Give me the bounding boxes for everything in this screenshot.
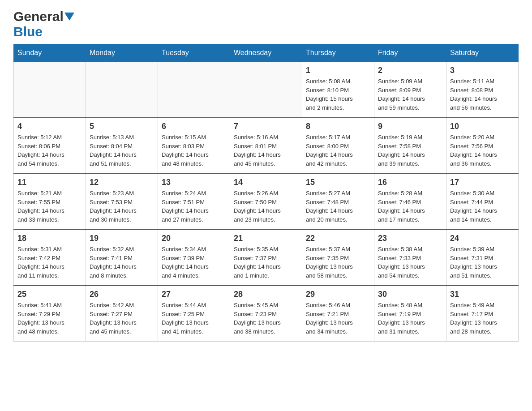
logo-general-text: General [13, 9, 64, 24]
calendar-cell: 3Sunrise: 5:11 AM Sunset: 8:08 PM Daylig… [446, 62, 519, 118]
calendar-cell: 6Sunrise: 5:15 AM Sunset: 8:03 PM Daylig… [158, 118, 230, 174]
calendar-cell: 5Sunrise: 5:13 AM Sunset: 8:04 PM Daylig… [86, 118, 158, 174]
weekday-header-thursday: Thursday [302, 44, 374, 62]
day-info: Sunrise: 5:16 AM Sunset: 8:01 PM Dayligh… [234, 133, 298, 168]
day-number: 25 [17, 290, 82, 299]
svg-marker-0 [64, 13, 74, 21]
day-number: 28 [234, 290, 298, 299]
day-info: Sunrise: 5:32 AM Sunset: 7:41 PM Dayligh… [90, 245, 154, 280]
calendar-cell: 10Sunrise: 5:20 AM Sunset: 7:56 PM Dayli… [446, 118, 519, 174]
day-info: Sunrise: 5:38 AM Sunset: 7:33 PM Dayligh… [378, 245, 442, 280]
day-number: 31 [450, 290, 515, 299]
day-number: 26 [90, 290, 154, 299]
day-number: 18 [17, 234, 82, 243]
day-info: Sunrise: 5:37 AM Sunset: 7:35 PM Dayligh… [306, 245, 370, 280]
day-number: 30 [378, 290, 442, 299]
calendar-cell: 9Sunrise: 5:19 AM Sunset: 7:58 PM Daylig… [374, 118, 446, 174]
day-info: Sunrise: 5:11 AM Sunset: 8:08 PM Dayligh… [450, 77, 515, 112]
calendar-cell: 4Sunrise: 5:12 AM Sunset: 8:06 PM Daylig… [14, 118, 86, 174]
day-info: Sunrise: 5:24 AM Sunset: 7:51 PM Dayligh… [162, 189, 226, 224]
day-info: Sunrise: 5:15 AM Sunset: 8:03 PM Dayligh… [162, 133, 226, 168]
calendar-cell: 29Sunrise: 5:46 AM Sunset: 7:21 PM Dayli… [302, 286, 374, 342]
day-number: 21 [234, 234, 298, 243]
day-info: Sunrise: 5:23 AM Sunset: 7:53 PM Dayligh… [90, 189, 154, 224]
day-number: 29 [306, 290, 370, 299]
day-info: Sunrise: 5:28 AM Sunset: 7:46 PM Dayligh… [378, 189, 442, 224]
calendar-cell: 21Sunrise: 5:35 AM Sunset: 7:37 PM Dayli… [230, 230, 302, 286]
day-info: Sunrise: 5:41 AM Sunset: 7:29 PM Dayligh… [17, 301, 82, 336]
calendar-week-row: 25Sunrise: 5:41 AM Sunset: 7:29 PM Dayli… [14, 286, 519, 342]
day-info: Sunrise: 5:31 AM Sunset: 7:42 PM Dayligh… [17, 245, 82, 280]
day-info: Sunrise: 5:42 AM Sunset: 7:27 PM Dayligh… [90, 301, 154, 336]
day-number: 7 [234, 122, 298, 131]
page-header: General Blue [13, 9, 519, 39]
calendar-cell: 31Sunrise: 5:49 AM Sunset: 7:17 PM Dayli… [446, 286, 519, 342]
calendar-cell: 24Sunrise: 5:39 AM Sunset: 7:31 PM Dayli… [446, 230, 519, 286]
weekday-header-row: SundayMondayTuesdayWednesdayThursdayFrid… [14, 44, 519, 62]
calendar-cell: 30Sunrise: 5:48 AM Sunset: 7:19 PM Dayli… [374, 286, 446, 342]
day-number: 20 [162, 234, 226, 243]
day-number: 22 [306, 234, 370, 243]
day-number: 8 [306, 122, 370, 131]
day-number: 3 [450, 66, 515, 75]
day-info: Sunrise: 5:21 AM Sunset: 7:55 PM Dayligh… [17, 189, 82, 224]
calendar-cell: 2Sunrise: 5:09 AM Sunset: 8:09 PM Daylig… [374, 62, 446, 118]
day-number: 12 [90, 178, 154, 187]
calendar-week-row: 11Sunrise: 5:21 AM Sunset: 7:55 PM Dayli… [14, 174, 519, 230]
calendar-cell: 8Sunrise: 5:17 AM Sunset: 8:00 PM Daylig… [302, 118, 374, 174]
day-info: Sunrise: 5:35 AM Sunset: 7:37 PM Dayligh… [234, 245, 298, 280]
calendar-cell [86, 62, 158, 118]
day-info: Sunrise: 5:17 AM Sunset: 8:00 PM Dayligh… [306, 133, 370, 168]
day-number: 17 [450, 178, 515, 187]
calendar-cell: 23Sunrise: 5:38 AM Sunset: 7:33 PM Dayli… [374, 230, 446, 286]
logo-triangle-icon [64, 13, 74, 21]
calendar-cell: 7Sunrise: 5:16 AM Sunset: 8:01 PM Daylig… [230, 118, 302, 174]
day-number: 10 [450, 122, 515, 131]
calendar-cell: 17Sunrise: 5:30 AM Sunset: 7:44 PM Dayli… [446, 174, 519, 230]
day-number: 13 [162, 178, 226, 187]
day-number: 4 [17, 122, 82, 131]
day-number: 24 [450, 234, 515, 243]
weekday-header-tuesday: Tuesday [158, 44, 230, 62]
calendar-cell: 22Sunrise: 5:37 AM Sunset: 7:35 PM Dayli… [302, 230, 374, 286]
calendar-cell: 19Sunrise: 5:32 AM Sunset: 7:41 PM Dayli… [86, 230, 158, 286]
calendar-cell [14, 62, 86, 118]
day-number: 6 [162, 122, 226, 131]
logo: General Blue [13, 9, 74, 39]
calendar-cell: 11Sunrise: 5:21 AM Sunset: 7:55 PM Dayli… [14, 174, 86, 230]
logo-blue-text: Blue [13, 24, 43, 39]
weekday-header-friday: Friday [374, 44, 446, 62]
day-info: Sunrise: 5:09 AM Sunset: 8:09 PM Dayligh… [378, 77, 442, 112]
day-info: Sunrise: 5:45 AM Sunset: 7:23 PM Dayligh… [234, 301, 298, 336]
weekday-header-wednesday: Wednesday [230, 44, 302, 62]
day-number: 15 [306, 178, 370, 187]
calendar-cell: 12Sunrise: 5:23 AM Sunset: 7:53 PM Dayli… [86, 174, 158, 230]
calendar-week-row: 1Sunrise: 5:08 AM Sunset: 8:10 PM Daylig… [14, 62, 519, 118]
day-number: 14 [234, 178, 298, 187]
calendar-body: 1Sunrise: 5:08 AM Sunset: 8:10 PM Daylig… [14, 62, 519, 342]
calendar-cell: 27Sunrise: 5:44 AM Sunset: 7:25 PM Dayli… [158, 286, 230, 342]
calendar-cell: 16Sunrise: 5:28 AM Sunset: 7:46 PM Dayli… [374, 174, 446, 230]
calendar-cell: 15Sunrise: 5:27 AM Sunset: 7:48 PM Dayli… [302, 174, 374, 230]
day-number: 9 [378, 122, 442, 131]
day-info: Sunrise: 5:34 AM Sunset: 7:39 PM Dayligh… [162, 245, 226, 280]
day-number: 23 [378, 234, 442, 243]
calendar-cell [158, 62, 230, 118]
day-info: Sunrise: 5:39 AM Sunset: 7:31 PM Dayligh… [450, 245, 515, 280]
day-info: Sunrise: 5:19 AM Sunset: 7:58 PM Dayligh… [378, 133, 442, 168]
weekday-header-sunday: Sunday [14, 44, 86, 62]
calendar-cell: 20Sunrise: 5:34 AM Sunset: 7:39 PM Dayli… [158, 230, 230, 286]
calendar-table: SundayMondayTuesdayWednesdayThursdayFrid… [13, 44, 519, 342]
calendar-week-row: 18Sunrise: 5:31 AM Sunset: 7:42 PM Dayli… [14, 230, 519, 286]
day-number: 27 [162, 290, 226, 299]
calendar-cell: 28Sunrise: 5:45 AM Sunset: 7:23 PM Dayli… [230, 286, 302, 342]
day-info: Sunrise: 5:20 AM Sunset: 7:56 PM Dayligh… [450, 133, 515, 168]
calendar-cell: 14Sunrise: 5:26 AM Sunset: 7:50 PM Dayli… [230, 174, 302, 230]
calendar-cell: 18Sunrise: 5:31 AM Sunset: 7:42 PM Dayli… [14, 230, 86, 286]
calendar-cell: 25Sunrise: 5:41 AM Sunset: 7:29 PM Dayli… [14, 286, 86, 342]
day-info: Sunrise: 5:27 AM Sunset: 7:48 PM Dayligh… [306, 189, 370, 224]
calendar-cell: 26Sunrise: 5:42 AM Sunset: 7:27 PM Dayli… [86, 286, 158, 342]
day-info: Sunrise: 5:08 AM Sunset: 8:10 PM Dayligh… [306, 77, 370, 112]
calendar-week-row: 4Sunrise: 5:12 AM Sunset: 8:06 PM Daylig… [14, 118, 519, 174]
day-number: 1 [306, 66, 370, 75]
